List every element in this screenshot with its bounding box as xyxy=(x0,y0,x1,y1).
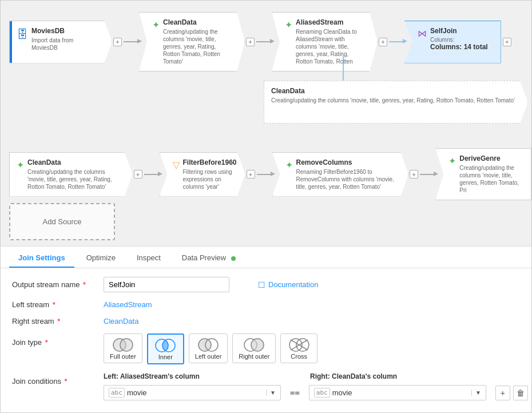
db-icon: 🗄 xyxy=(17,28,28,41)
pipeline-row-3: ✦ CleanData Creating/updating the column… xyxy=(9,148,531,200)
eq-operator: == xyxy=(285,388,304,398)
join-btn-left-outer[interactable]: Left outer xyxy=(189,333,228,363)
join-conditions-label: Join conditions * xyxy=(12,372,104,386)
svg-point-1 xyxy=(120,339,133,351)
settings-panel: Output stream name * ☐ Documentation Lef… xyxy=(1,268,531,412)
output-stream-input[interactable] xyxy=(104,277,229,292)
join-type-label: Join type * xyxy=(12,333,104,347)
full-outer-icon xyxy=(112,337,134,353)
node-aliasedstream[interactable]: ✦ AliasedStream Renaming CleanData to Al… xyxy=(272,12,378,72)
node-filterbefore1960[interactable]: ▽ FilterBefore1960 Filtering rows using … xyxy=(160,152,245,197)
join-conditions-headers: Left: AliasedStream's column Right: Clea… xyxy=(104,372,528,380)
node-moviesdb-desc: Import data from MoviesDB xyxy=(31,37,99,51)
tab-join-settings[interactable]: Join Settings xyxy=(9,249,74,268)
plus-btn-4[interactable]: + xyxy=(503,38,511,46)
add-source-button[interactable]: Add Source xyxy=(9,203,115,240)
plus-btn-3[interactable]: + xyxy=(379,38,387,46)
filter-icon: ▽ xyxy=(173,160,180,170)
node-derivegenre[interactable]: ✦ DeriveGenre Creating/updating the colu… xyxy=(435,148,531,200)
right-stream-link[interactable]: CleanData xyxy=(104,317,138,325)
plus-btn-6[interactable]: + xyxy=(247,170,255,178)
left-type-badge: abc xyxy=(109,388,125,398)
join-type-buttons: Full outer Inner xyxy=(104,333,317,364)
node-cleandata3[interactable]: ✦ CleanData Creating/updating the column… xyxy=(9,152,133,197)
clean3-icon: ✦ xyxy=(17,160,24,170)
join-btn-cross[interactable]: Cross xyxy=(280,333,317,363)
right-column-value: movie xyxy=(332,388,352,397)
node-derivegenre-desc: Creating/updating the columns 'movie, ti… xyxy=(459,164,525,194)
join-btn-right-outer[interactable]: Right outer xyxy=(232,333,276,363)
right-dropdown-arrow: ▼ xyxy=(471,390,481,396)
join-type-row: Join type * Full outer xyxy=(12,333,520,364)
right-stream-row: Right stream * CleanData xyxy=(12,317,520,325)
left-outer-label: Left outer xyxy=(195,353,221,360)
left-outer-icon xyxy=(197,337,220,353)
tabs-bar: Join Settings Optimize Inspect Data Prev… xyxy=(1,247,531,268)
node-cleandata2-desc: Creating/updating the columns 'movie, ti… xyxy=(271,97,515,104)
node-filterbefore1960-title: FilterBefore1960 xyxy=(183,158,237,166)
canvas-area: 🗄 MoviesDB Import data from MoviesDB + ✦ xyxy=(1,1,531,247)
condition-row-1: abc movie ▼ == abc movie ▼ + xyxy=(104,385,528,400)
data-preview-dot xyxy=(231,256,236,261)
remove-icon: ✦ xyxy=(285,160,293,170)
node-removecolumns[interactable]: ✦ RemoveColumns Renaming FilterBefore196… xyxy=(272,152,409,197)
right-col-header: Right: CleanData's column xyxy=(310,372,487,380)
node-selfjoin-desc: Columns: 14 total xyxy=(430,43,488,51)
plus-btn-7[interactable]: + xyxy=(410,170,418,178)
node-selfjoin[interactable]: ⋈ SelfJoin Columns: Columns: 14 total xyxy=(404,21,501,63)
full-outer-label: Full outer xyxy=(110,353,136,360)
tab-data-preview[interactable]: Data Preview xyxy=(173,249,245,268)
left-stream-row: Left stream * AliasedStream xyxy=(12,300,520,309)
join-btn-full-outer[interactable]: Full outer xyxy=(104,333,142,363)
main-container: 🗄 MoviesDB Import data from MoviesDB + ✦ xyxy=(0,0,532,413)
node-cleandata2[interactable]: CleanData Creating/updating the columns … xyxy=(264,81,528,124)
right-column-select[interactable]: abc movie ▼ xyxy=(309,385,486,400)
right-outer-label: Right outer xyxy=(239,353,269,360)
node-derivegenre-title: DeriveGenre xyxy=(459,154,525,162)
node-removecolumns-desc: Renaming FilterBefore1960 to RemoveColum… xyxy=(296,168,396,190)
node-cleandata1[interactable]: ✦ CleanData Creating/updating the column… xyxy=(139,12,245,72)
add-source-label: Add Source xyxy=(43,217,82,226)
svg-point-4 xyxy=(198,339,211,351)
right-stream-label: Right stream * xyxy=(12,317,104,325)
alias-icon: ✦ xyxy=(285,19,292,30)
derive-icon: ✦ xyxy=(448,156,456,166)
documentation-link[interactable]: ☐ Documentation xyxy=(258,280,318,289)
tab-optimize[interactable]: Optimize xyxy=(77,249,125,268)
plus-btn-2[interactable]: + xyxy=(246,38,255,46)
node-cleandata3-desc: Creating/updating the columns 'movie, ti… xyxy=(27,168,120,190)
left-dropdown-arrow: ▼ xyxy=(266,390,276,396)
add-condition-button[interactable]: + xyxy=(495,386,510,400)
left-column-select[interactable]: abc movie ▼ xyxy=(104,385,281,400)
node-aliasedstream-title: AliasedStream xyxy=(296,18,364,26)
left-column-value: movie xyxy=(127,388,147,397)
node-moviesdb-title: MoviesDB xyxy=(31,27,99,35)
output-stream-label: Output stream name * xyxy=(12,280,104,289)
plus-btn-1[interactable]: + xyxy=(113,38,122,46)
delete-condition-button[interactable]: 🗑 xyxy=(513,386,528,400)
node-moviesdb[interactable]: 🗄 MoviesDB Import data from MoviesDB xyxy=(9,21,112,63)
node-cleandata2-title: CleanData xyxy=(271,87,515,95)
left-stream-link[interactable]: AliasedStream xyxy=(104,300,152,309)
node-cleandata1-desc: Creating/updating the columns 'movie, ti… xyxy=(163,28,232,65)
node-filterbefore1960-desc: Filtering rows using expressions on colu… xyxy=(183,168,237,190)
pipeline-row-2: CleanData Creating/updating the columns … xyxy=(264,81,528,124)
join-conditions-row: Join conditions * Left: AliasedStream's … xyxy=(12,372,520,400)
node-cleandata3-title: CleanData xyxy=(27,158,120,166)
left-stream-label: Left stream * xyxy=(12,300,104,309)
node-selfjoin-sub: Columns: xyxy=(430,37,488,43)
node-aliasedstream-desc: Renaming CleanData to AliasedStream with… xyxy=(296,28,364,65)
tab-inspect[interactable]: Inspect xyxy=(128,249,170,268)
clean1-icon: ✦ xyxy=(152,19,160,30)
join-icon: ⋈ xyxy=(418,28,427,39)
plus-btn-5[interactable]: + xyxy=(134,170,142,178)
doc-icon: ☐ xyxy=(258,280,265,289)
inner-icon xyxy=(154,337,177,354)
node-removecolumns-title: RemoveColumns xyxy=(296,158,396,166)
left-col-header: Left: AliasedStream's column xyxy=(104,372,281,380)
node-cleandata1-title: CleanData xyxy=(163,18,232,26)
pipeline-row-1: 🗄 MoviesDB Import data from MoviesDB + ✦ xyxy=(9,12,511,72)
join-btn-inner[interactable]: Inner xyxy=(147,333,184,364)
right-outer-icon xyxy=(243,337,265,353)
output-stream-row: Output stream name * ☐ Documentation xyxy=(12,277,520,292)
